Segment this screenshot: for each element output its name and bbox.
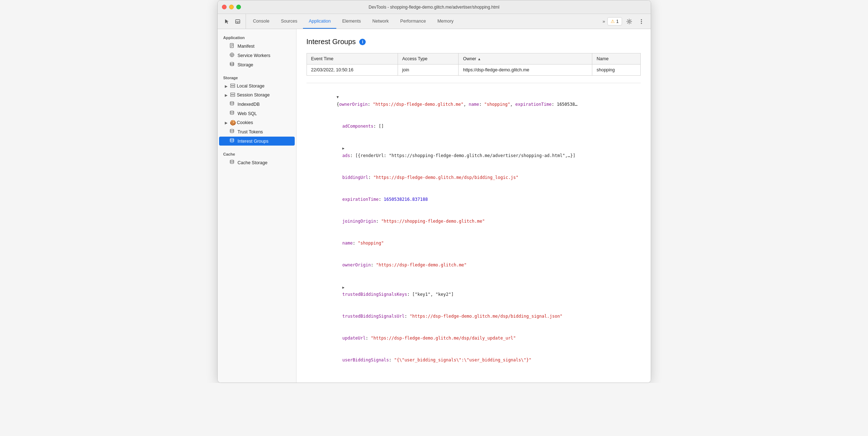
col-event-time[interactable]: Event Time [307,53,398,65]
web-sql-label: Web SQL [238,111,257,116]
json-trusted-keys[interactable]: ▶ trustedBiddingSignalsKeys: ["key1", "k… [307,276,641,305]
json-ads[interactable]: ▶ ads: [{renderUrl: "https://shopping-fl… [307,137,641,167]
svg-point-22 [230,101,234,103]
tab-memory[interactable]: Memory [432,14,459,29]
toolbar-icon-group [219,14,246,29]
sidebar-item-cookies[interactable]: ▶ 🍪 Cookies [219,118,295,127]
json-name: name: "shopping" [307,232,641,254]
json-ads-arrow[interactable]: ▶ [342,146,345,150]
warning-badge[interactable]: ⚠ 1 [607,17,622,25]
table-body: 22/03/2022, 10:50:16joinhttps://dsp-fled… [307,65,640,76]
title-bar: DevTools - shopping-fledge-demo.glitch.m… [218,0,651,14]
traffic-lights [222,5,241,9]
devtools-window: DevTools - shopping-fledge-demo.glitch.m… [217,0,651,383]
cache-storage-label: Cache Storage [238,160,267,165]
json-trusted-url: trustedBiddingSignalsUrl: "https://dsp-f… [307,305,641,327]
sort-arrow-owner: ▲ [478,57,481,61]
cell-access-type: join [398,65,459,76]
sidebar-item-local-storage[interactable]: ▶ Local Storage [219,82,295,90]
web-sql-icon [229,110,235,117]
svg-point-4 [641,19,642,20]
cursor-icon-button[interactable] [222,16,232,27]
minimize-button[interactable] [229,5,234,9]
svg-point-24 [230,129,234,131]
storage-icon [229,62,235,68]
service-workers-icon [229,52,235,58]
sidebar-item-manifest[interactable]: Manifest [219,42,295,51]
interest-groups-label: Interest Groups [238,139,269,144]
toolbar: ConsoleSourcesApplicationElementsNetwork… [218,14,651,29]
svg-rect-20 [231,93,235,94]
indexeddb-icon [229,101,235,107]
svg-point-26 [230,160,234,161]
json-trusted-keys-arrow[interactable]: ▶ [342,285,345,289]
table-header-row: Event Time Access Type Owner ▲ Name [307,53,640,65]
service-workers-label: Service Workers [238,53,270,58]
json-ad-components: adComponents: [] [307,115,641,137]
svg-point-25 [230,138,234,140]
cell-name: shopping [592,65,640,76]
cache-storage-icon [229,160,235,166]
more-options-button[interactable] [636,16,646,27]
col-access-type[interactable]: Access Type [398,53,459,65]
tab-sources[interactable]: Sources [275,14,303,29]
tab-elements[interactable]: Elements [336,14,366,29]
sidebar-item-service-workers[interactable]: Service Workers [219,51,295,60]
json-update-url: updateUrl: "https://dsp-fledge-demo.glit… [307,327,641,349]
manifest-icon [229,43,235,49]
json-user-bidding: userBiddingSignals: "{\"user_bidding_sig… [307,349,641,371]
session-storage-label: Session Storage [237,93,270,98]
close-button[interactable] [222,5,227,9]
svg-point-23 [230,111,234,112]
page-title-row: Interest Groups i [307,38,641,46]
content-area: Interest Groups i Event Time Access Type… [297,29,651,383]
more-tabs-button[interactable]: » [603,19,605,24]
warning-count: 1 [616,19,619,24]
trust-tokens-icon [229,129,235,135]
sidebar-item-web-sql[interactable]: Web SQL [219,109,295,118]
json-root-line[interactable]: ▼ {ownerOrigin: "https://dsp-fledge-demo… [307,86,641,115]
dock-icon-button[interactable] [233,16,243,27]
main-layout: Application Manifest [218,29,651,383]
tab-console[interactable]: Console [247,14,275,29]
tab-application[interactable]: Application [303,14,336,29]
cell-owner: https://dsp-fledge-demo.glitch.me [459,65,592,76]
json-root-arrow[interactable]: ▼ [337,95,339,99]
window-title: DevTools - shopping-fledge-demo.glitch.m… [369,5,499,10]
svg-rect-18 [231,84,235,85]
local-storage-arrow: ▶ [225,84,228,88]
svg-point-3 [628,20,630,22]
settings-button[interactable] [624,16,634,27]
sidebar-item-session-storage[interactable]: ▶ Session Storage [219,91,295,99]
svg-point-5 [641,21,642,22]
sidebar-item-trust-tokens[interactable]: Trust Tokens [219,127,295,136]
sidebar-item-cache-storage[interactable]: Cache Storage [219,158,295,167]
svg-point-6 [641,23,642,24]
storage-label: Storage [238,62,253,67]
sidebar-item-interest-groups[interactable]: Interest Groups [219,137,295,146]
cookies-arrow: ▶ [225,121,228,125]
manifest-label: Manifest [238,44,255,49]
sidebar-item-indexeddb[interactable]: IndexedDB [219,100,295,109]
tab-list: ConsoleSourcesApplicationElementsNetwork… [247,14,460,29]
tab-network[interactable]: Network [367,14,395,29]
trust-tokens-label: Trust Tokens [238,129,263,134]
svg-rect-19 [231,86,235,87]
json-owner-origin: ownerOrigin: "https://dsp-fledge-demo.gl… [307,254,641,276]
svg-point-17 [230,62,234,64]
cookies-label: Cookies [237,120,253,125]
col-owner[interactable]: Owner ▲ [459,53,592,65]
storage-section-label: Storage [218,72,296,81]
local-storage-label: Local Storage [237,84,265,89]
sidebar-item-storage[interactable]: Storage [219,60,295,69]
json-joining-origin: joiningOrigin: "https://shopping-fledge-… [307,210,641,232]
warning-icon: ⚠ [611,19,615,24]
maximize-button[interactable] [236,5,241,9]
info-icon[interactable]: i [359,39,366,45]
interest-groups-table: Event Time Access Type Owner ▲ Name [307,53,641,76]
tab-performance[interactable]: Performance [394,14,432,29]
table-row[interactable]: 22/03/2022, 10:50:16joinhttps://dsp-fled… [307,65,640,76]
col-name[interactable]: Name [592,53,640,65]
cookies-icon: 🍪 [230,120,236,125]
interest-groups-icon [229,138,235,144]
